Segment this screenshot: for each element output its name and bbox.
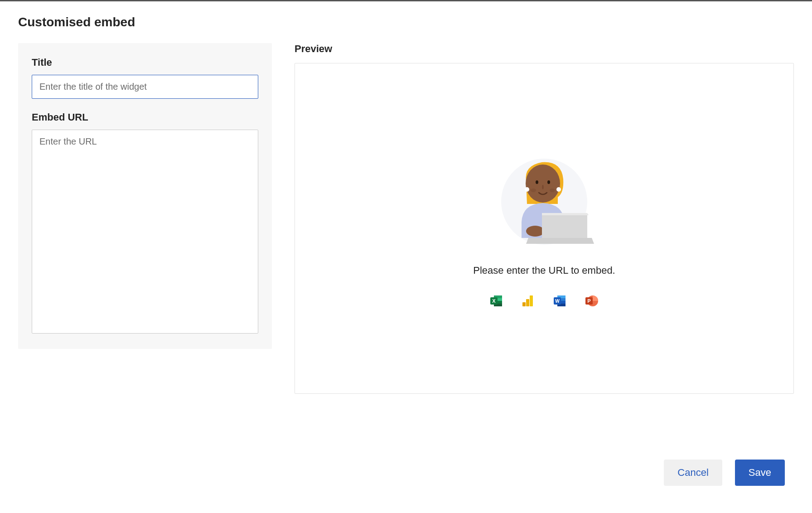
svg-point-6: [531, 189, 536, 192]
title-label: Title: [32, 57, 258, 68]
word-icon: W: [554, 295, 566, 307]
svg-text:X: X: [492, 298, 496, 304]
excel-icon: X: [490, 295, 503, 307]
person-laptop-illustration: [490, 150, 599, 251]
preview-box: Please enter the URL to embed. X: [295, 63, 794, 394]
svg-text:W: W: [555, 299, 560, 304]
svg-point-2: [525, 187, 529, 192]
svg-point-7: [550, 189, 555, 192]
embed-url-label: Embed URL: [32, 111, 258, 123]
save-button[interactable]: Save: [735, 460, 785, 486]
app-icons-row: X: [490, 295, 598, 307]
svg-point-3: [556, 187, 561, 192]
svg-rect-17: [526, 299, 529, 306]
form-panel: Title Embed URL: [18, 43, 272, 349]
page-title: Customised embed: [18, 15, 794, 29]
preview-label: Preview: [295, 43, 794, 55]
svg-rect-18: [522, 302, 526, 306]
svg-rect-16: [530, 295, 533, 306]
embed-url-input[interactable]: [32, 130, 258, 334]
powerpoint-icon: P: [585, 295, 598, 307]
preview-message: Please enter the URL to embed.: [473, 265, 615, 276]
svg-point-8: [526, 226, 544, 237]
title-input[interactable]: [32, 75, 258, 99]
preview-section: Preview: [295, 43, 794, 394]
cancel-button[interactable]: Cancel: [664, 460, 722, 486]
svg-point-4: [536, 180, 538, 184]
svg-point-1: [526, 165, 560, 203]
footer-buttons: Cancel Save: [664, 460, 785, 486]
svg-text:P: P: [587, 298, 590, 304]
svg-point-5: [547, 180, 550, 184]
powerbi-icon: [522, 295, 535, 307]
